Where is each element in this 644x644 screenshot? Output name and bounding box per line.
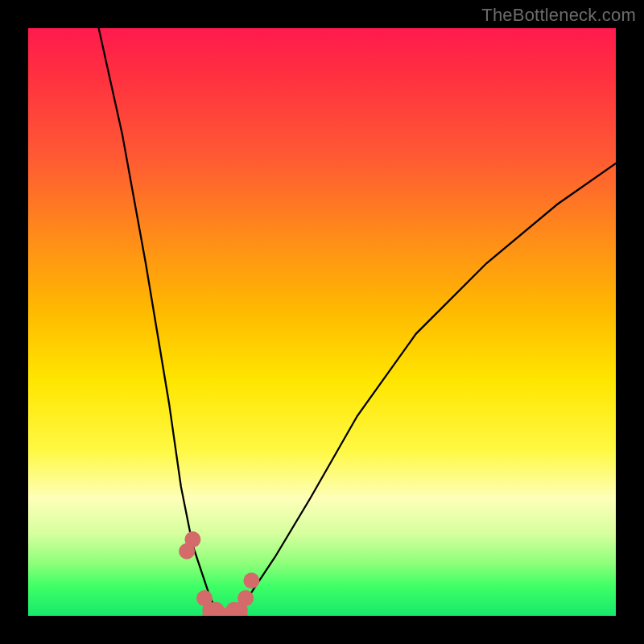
marker-dot xyxy=(237,590,254,606)
marker-dot xyxy=(243,572,259,588)
marker-dot xyxy=(184,531,200,547)
plot-area xyxy=(28,28,616,616)
watermark-text: TheBottleneck.com xyxy=(481,5,636,26)
chart-frame: TheBottleneck.com xyxy=(0,0,644,644)
bottom-marker-band xyxy=(179,531,259,616)
curve-svg xyxy=(28,28,616,616)
bottleneck-curve xyxy=(99,28,616,616)
